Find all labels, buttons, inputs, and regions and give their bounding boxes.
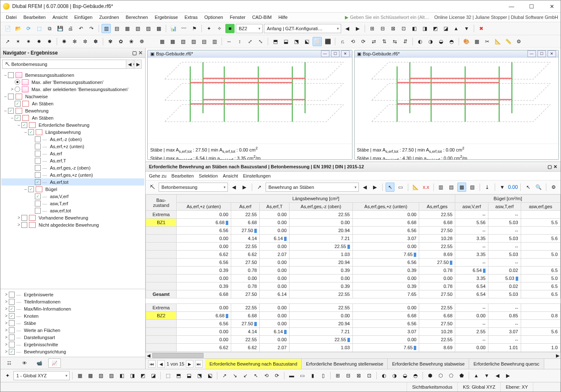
g4-icon[interactable]: ▨ [189, 37, 198, 46]
maximize-button[interactable]: ☐ [525, 3, 538, 10]
navigator-bottom-tree[interactable]: >—Ergebniswerte>—Titelinformationen>✓—Ma… [0, 289, 145, 357]
menu-ergebnisse[interactable]: Ergebnisse [152, 14, 181, 21]
undo-icon[interactable]: ↶ [76, 24, 86, 33]
bt23-icon[interactable]: ▯ [318, 371, 328, 380]
bt9-icon[interactable]: ⬚ [163, 371, 172, 380]
tree-item[interactable]: Max. aller 'Bemessungssituationen' [1, 78, 144, 86]
bt3-icon[interactable]: ▧ [96, 371, 105, 380]
q1-icon[interactable]: ◐ [415, 37, 425, 46]
p3-icon[interactable]: ⟳ [359, 37, 368, 46]
tree-item[interactable]: —asw,T,erf [1, 200, 144, 207]
bt39-icon[interactable]: ▶ [503, 371, 512, 380]
nav-tab-4[interactable]: 📈 [48, 358, 61, 368]
tree-item[interactable]: —asw,erf,tot [1, 207, 144, 214]
p1-icon[interactable]: ⎌ [338, 37, 347, 46]
view-min-icon[interactable]: — [321, 50, 329, 57]
view-min-icon[interactable]: — [527, 50, 536, 57]
view-close-icon[interactable]: ✕ [341, 50, 350, 57]
s9-icon[interactable]: ✾ [106, 37, 115, 46]
menu-optionen[interactable]: Optionen [201, 14, 226, 21]
bt2-icon[interactable]: ▩ [86, 371, 95, 380]
tp-find-icon[interactable]: 🔍 [534, 183, 543, 192]
tree-item[interactable]: >Nicht abgedeckte Bewehrung [1, 221, 144, 228]
tp-i6-icon[interactable]: ▧ [468, 183, 477, 192]
q2-icon[interactable]: ◑ [426, 37, 435, 46]
g2-icon[interactable]: ▩ [168, 37, 177, 46]
bt33-icon[interactable]: ⬡ [436, 371, 445, 380]
tp-menu-gehe zu[interactable]: Gehe zu [149, 173, 167, 178]
bt1-icon[interactable]: ▦ [75, 371, 84, 380]
footer-tab-2[interactable]: Erforderliche Bewehrung stabweise [388, 359, 469, 369]
tp-i3-icon[interactable]: ▥ [436, 183, 445, 192]
tree-item[interactable]: >✓—Bewehrungsrichtung [2, 348, 144, 355]
viewport-1[interactable]: ▣Bsp-Gebäude.rf6*—☐✕ Stäbe | max As,erf,… [147, 50, 352, 160]
first-page-icon[interactable]: ⏮ [148, 360, 156, 368]
tp-pin-icon[interactable]: ▢ [548, 164, 552, 170]
tree-item[interactable]: —As,erf,ges,-z (oben) [1, 164, 144, 171]
tree-item[interactable]: –✓An Stäben [1, 114, 144, 121]
nav-prev-icon[interactable]: ◀ [126, 60, 133, 69]
s3-icon[interactable]: ✸ [34, 37, 44, 46]
q4-icon[interactable]: ◓ [447, 37, 456, 46]
bt22-icon[interactable]: ▮ [308, 371, 317, 380]
panel-icon[interactable]: ▥ [102, 24, 111, 33]
m1-icon[interactable]: ↔ [224, 37, 234, 46]
tp-menu-bearbeiten[interactable]: Bearbeiten [172, 173, 194, 178]
bt6-icon[interactable]: ◨ [128, 371, 137, 380]
tp-mode-icon[interactable]: ↗ [255, 183, 264, 192]
tree-item[interactable]: >—Stäbe [2, 319, 144, 327]
tx-icon[interactable]: ✖ [477, 24, 486, 33]
tp-filter-icon[interactable]: ▼ [498, 183, 507, 192]
print-icon[interactable]: 🖨 [66, 24, 75, 33]
c4-icon[interactable]: 📐 [493, 37, 502, 46]
c1-icon[interactable]: 🎨 [462, 37, 471, 46]
tree-item[interactable]: ✓An Stäben [1, 100, 144, 107]
tp-cursor-icon[interactable]: ↖ [386, 183, 394, 192]
tp-i1-icon[interactable]: 📐 [411, 183, 420, 192]
m2-icon[interactable]: ↕ [235, 37, 244, 46]
tp-combo-2[interactable]: Bewehrung an Stäben [266, 183, 359, 192]
tp-pick-icon[interactable]: ↖ [524, 183, 532, 192]
tree-item[interactable]: –✓Erforderliche Bewehrung [1, 121, 144, 128]
tp-i4-icon[interactable]: ▤ [447, 183, 456, 192]
t3-icon[interactable]: ⊠ [389, 24, 398, 33]
r4-icon[interactable]: ⬕ [302, 37, 311, 46]
tree-item[interactable]: –Nachweise [1, 93, 144, 100]
bt31-icon[interactable]: ◓ [411, 371, 420, 380]
prev-icon[interactable]: ◀ [342, 24, 352, 33]
p2-icon[interactable]: ⟲ [348, 37, 357, 46]
p7-icon[interactable]: ⇵ [401, 37, 410, 46]
cs-combo[interactable]: 1 - Global XYZ [13, 371, 70, 380]
redo-icon[interactable]: ↷ [87, 24, 96, 33]
block-icon[interactable]: ⬚ [34, 24, 44, 33]
bt16-icon[interactable]: ↙ [241, 371, 250, 380]
close-button[interactable]: ✕ [545, 3, 558, 10]
footer-tab-3[interactable]: Erforderliche Bewehrung quersc [469, 359, 544, 369]
tp-settings-icon[interactable]: ⚙ [549, 183, 558, 192]
r3-icon[interactable]: ⬔ [292, 37, 301, 46]
viewport-2[interactable]: ▣Bsp-Gebäude.rf6*—☐✕ Stäbe | max As,erf,… [354, 50, 559, 160]
nav-next-icon[interactable]: ▶ [134, 60, 142, 69]
result-table[interactable]: Bau-zustandLängsbewehrung [cm²]Bügel [cm… [146, 194, 561, 352]
copy-icon[interactable]: ⧉ [45, 24, 54, 33]
panel5-icon[interactable]: ▨ [144, 24, 153, 33]
tree-item[interactable]: ✓—asw,V,erf [1, 193, 144, 200]
tree-item[interactable]: –✓Bügel [1, 186, 144, 193]
tp-prev2-icon[interactable]: ◀ [360, 183, 369, 192]
refresh-icon[interactable]: ⟳ [24, 24, 33, 33]
tree-item[interactable]: >—Darstellungsart [2, 334, 144, 341]
r2-icon[interactable]: ⬓ [281, 37, 290, 46]
bt13-icon[interactable]: ⬕ [205, 371, 214, 380]
s2-icon[interactable]: ✷ [24, 37, 33, 46]
g5-icon[interactable]: ▤ [199, 37, 209, 46]
menu-cad-bim[interactable]: CAD-BIM [249, 14, 274, 21]
table-hscroll[interactable]: ◀ ▶ [146, 352, 561, 358]
tp-i2-icon[interactable]: x.x [422, 183, 431, 192]
g3-icon[interactable]: ▧ [178, 37, 188, 46]
menu-berechnen[interactable]: Berechnen [123, 14, 151, 21]
s7-icon[interactable]: ✼ [81, 37, 90, 46]
bt35-icon[interactable]: ⬟ [457, 371, 466, 380]
menu-fenster[interactable]: Fenster [227, 14, 248, 21]
nav-tab-3[interactable]: 📹 [33, 358, 46, 368]
bt8-icon[interactable]: ◪ [149, 371, 158, 380]
